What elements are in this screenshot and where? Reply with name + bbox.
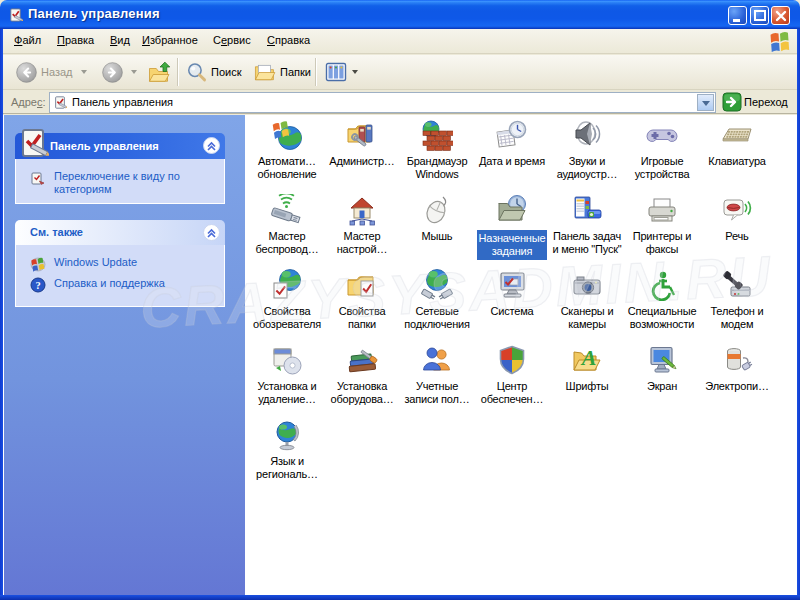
- svg-text:A: A: [580, 345, 597, 370]
